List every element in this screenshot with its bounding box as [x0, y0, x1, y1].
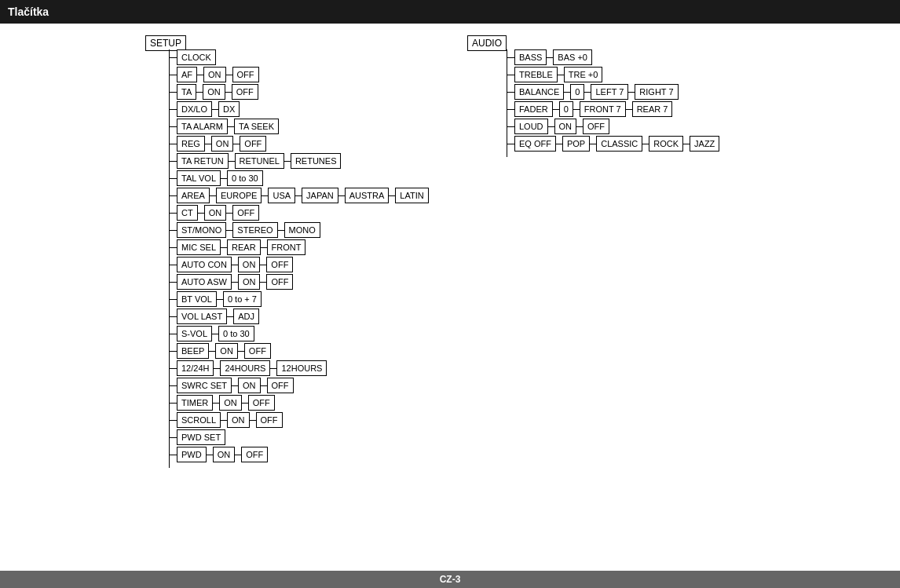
setup-row-stmono: ST/MONOSTEREOMONO [169, 222, 429, 238]
setup-row-reg: REGONOFF [169, 136, 429, 152]
label-eq-off[interactable]: EQ OFF [514, 136, 556, 152]
btn-balance-right-7[interactable]: RIGHT 7 [635, 84, 678, 100]
btn-ta-off[interactable]: OFF [232, 84, 258, 100]
btn-timer-on[interactable]: ON [219, 395, 242, 411]
setup-row-swrc-set: SWRC SETONOFF [169, 378, 429, 393]
btn-tal-vol-0-to-30[interactable]: 0 to 30 [227, 170, 263, 186]
label-auto-con[interactable]: AUTO CON [177, 257, 232, 272]
label-auto-asw[interactable]: AUTO ASW [177, 274, 232, 290]
btn-s-vol-0-to-30[interactable]: 0 to 30 [218, 326, 254, 341]
label-clock[interactable]: CLOCK [177, 49, 216, 65]
label-ct[interactable]: CT [177, 205, 198, 221]
setup-row-mic-sel: MIC SELREARFRONT [169, 239, 429, 255]
label-pwd-set[interactable]: PWD SET [177, 429, 225, 445]
label-mic-sel[interactable]: MIC SEL [177, 239, 221, 255]
btn-mic-sel-front[interactable]: FRONT [267, 239, 306, 255]
btn-area-austra[interactable]: AUSTRA [345, 188, 390, 203]
btn-swrc-set-off[interactable]: OFF [267, 378, 294, 393]
btn-ta-alarm-ta-seek[interactable]: TA SEEK [234, 119, 279, 134]
btn-ta-retun-retunes[interactable]: RETUNES [291, 153, 342, 169]
btn-timer-off[interactable]: OFF [248, 395, 275, 411]
label-treble[interactable]: TREBLE [514, 67, 558, 82]
audio-label: AUDIO [467, 35, 507, 51]
setup-row-timer: TIMERONOFF [169, 395, 429, 411]
btn-bass-bas--0[interactable]: BAS +0 [553, 49, 592, 65]
label-swrc-set[interactable]: SWRC SET [177, 378, 232, 393]
label-timer[interactable]: TIMER [177, 395, 213, 411]
btn-ta-on[interactable]: ON [203, 84, 225, 100]
btn-dxlo-dx[interactable]: DX [218, 101, 240, 117]
btn-af-off[interactable]: OFF [232, 67, 259, 82]
btn-stmono-mono[interactable]: MONO [284, 222, 320, 238]
label-loud[interactable]: LOUD [514, 119, 548, 134]
label-fader[interactable]: FADER [514, 101, 553, 117]
btn-pwd-on[interactable]: ON [213, 447, 236, 462]
btn-fader-0[interactable]: 0 [559, 101, 573, 117]
btn-af-on[interactable]: ON [203, 67, 226, 82]
label-pwd[interactable]: PWD [177, 447, 207, 462]
btn-pwd-off[interactable]: OFF [241, 447, 268, 462]
btn-eq-off-rock[interactable]: ROCK [649, 136, 683, 152]
label-balance[interactable]: BALANCE [514, 84, 564, 100]
btn-auto-asw-on[interactable]: ON [238, 274, 261, 290]
btn-auto-con-off[interactable]: OFF [266, 257, 293, 272]
btn-scroll-on[interactable]: ON [227, 412, 250, 428]
audio-row-balance: BALANCE0LEFT 7RIGHT 7 [507, 84, 719, 100]
btn-area-europe[interactable]: EUROPE [216, 188, 262, 203]
setup-row-af: AFONOFF [169, 67, 429, 82]
btn-auto-asw-off[interactable]: OFF [266, 274, 293, 290]
label-scroll[interactable]: SCROLL [177, 412, 221, 428]
btn-fader-front-7[interactable]: FRONT 7 [580, 101, 626, 117]
label-area[interactable]: AREA [177, 188, 210, 203]
btn-area-usa[interactable]: USA [268, 188, 295, 203]
label-beep[interactable]: BEEP [177, 343, 209, 359]
label-af[interactable]: AF [177, 67, 197, 82]
btn-loud-on[interactable]: ON [554, 119, 577, 134]
label-dxlo[interactable]: DX/LO [177, 101, 212, 117]
btn-ta-retun-retunel[interactable]: RETUNEL [235, 153, 284, 169]
btn-balance-left-7[interactable]: LEFT 7 [591, 84, 628, 100]
label-ta-alarm[interactable]: TA ALARM [177, 119, 228, 134]
label-ta[interactable]: TA [177, 84, 196, 100]
btn-eq-off-jazz[interactable]: JAZZ [690, 136, 719, 152]
btn-stmono-stereo[interactable]: STEREO [232, 222, 277, 238]
btn-auto-con-on[interactable]: ON [238, 257, 261, 272]
label-ta-retun[interactable]: TA RETUN [177, 153, 229, 169]
label-vol-last[interactable]: VOL LAST [177, 309, 227, 324]
btn-reg-on[interactable]: ON [211, 136, 234, 152]
setup-row-dxlo: DX/LODX [169, 101, 429, 117]
btn-area-japan[interactable]: JAPAN [302, 188, 338, 203]
label-bt-vol[interactable]: BT VOL [177, 291, 217, 307]
label-12-24h[interactable]: 12/24H [177, 360, 214, 376]
btn-treble-tre--0[interactable]: TRE +0 [564, 67, 603, 82]
btn-vol-last-adj[interactable]: ADJ [233, 309, 259, 324]
footer-text: CZ-3 [440, 574, 461, 585]
btn-bt-vol-0-to---7[interactable]: 0 to + 7 [223, 291, 262, 307]
setup-row-beep: BEEPONOFF [169, 343, 429, 359]
setup-row-tal-vol: TAL VOL0 to 30 [169, 170, 429, 186]
btn-ct-off[interactable]: OFF [232, 205, 259, 221]
audio-row-bass: BASSBAS +0 [507, 49, 719, 65]
label-s-vol[interactable]: S-VOL [177, 326, 212, 341]
btn-fader-rear-7[interactable]: REAR 7 [632, 101, 673, 117]
label-tal-vol[interactable]: TAL VOL [177, 170, 221, 186]
label-reg[interactable]: REG [177, 136, 205, 152]
btn-eq-off-pop[interactable]: POP [562, 136, 590, 152]
btn-swrc-set-on[interactable]: ON [238, 378, 261, 393]
btn-reg-off[interactable]: OFF [240, 136, 266, 152]
btn-beep-on[interactable]: ON [215, 343, 238, 359]
btn-12-24h-24hours[interactable]: 24HOURS [220, 360, 270, 376]
label-stmono[interactable]: ST/MONO [177, 222, 226, 238]
btn-area-latin[interactable]: LATIN [395, 188, 428, 203]
btn-loud-off[interactable]: OFF [583, 119, 609, 134]
btn-mic-sel-rear[interactable]: REAR [227, 239, 261, 255]
btn-eq-off-classic[interactable]: CLASSIC [596, 136, 642, 152]
label-bass[interactable]: BASS [514, 49, 547, 65]
audio-row-fader: FADER0FRONT 7REAR 7 [507, 101, 719, 117]
btn-12-24h-12hours[interactable]: 12HOURS [276, 360, 327, 376]
btn-scroll-off[interactable]: OFF [256, 412, 283, 428]
btn-ct-on[interactable]: ON [204, 205, 227, 221]
footer-bar: CZ-3 [0, 571, 900, 588]
btn-beep-off[interactable]: OFF [244, 343, 271, 359]
btn-balance-0[interactable]: 0 [570, 84, 584, 100]
